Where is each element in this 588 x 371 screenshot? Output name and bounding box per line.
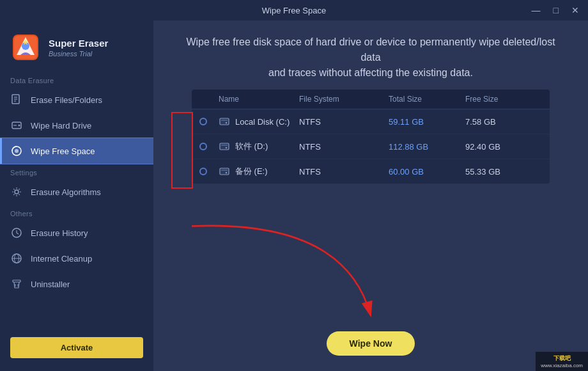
table-row[interactable]: Local Disk (C:) NTFS 59.11 GB 7.58 GB bbox=[192, 109, 550, 134]
drive-name-c: Local Disk (C:) bbox=[235, 117, 290, 127]
total-e: 60.00 GB bbox=[389, 167, 465, 177]
svg-point-13 bbox=[15, 149, 19, 153]
content-area: Wipe free free disk space of hard drive … bbox=[153, 20, 588, 371]
disk-table: Name File System Total Size Free Size bbox=[192, 90, 550, 184]
col-free: Free Size bbox=[465, 95, 542, 104]
content-description: Wipe free free disk space of hard drive … bbox=[179, 35, 562, 81]
svg-point-30 bbox=[226, 172, 227, 173]
red-selection-box bbox=[171, 112, 193, 189]
col-fs: File System bbox=[299, 95, 389, 104]
wipe-now-button[interactable]: Wipe Now bbox=[327, 331, 415, 356]
svg-rect-22 bbox=[220, 118, 229, 125]
uninstaller-icon bbox=[10, 278, 23, 290]
section-others: Others bbox=[0, 205, 153, 220]
sidebar-item-erasure-algorithms[interactable]: Erasure Algorithms bbox=[0, 179, 153, 205]
fs-c: NTFS bbox=[299, 117, 389, 127]
sidebar-item-erasure-history[interactable]: Erasure History bbox=[0, 220, 153, 246]
table-header: Name File System Total Size Free Size bbox=[192, 90, 550, 109]
erasure-history-label: Erasure History bbox=[31, 228, 88, 238]
title-bar-title: Wipe Free Space bbox=[262, 6, 326, 15]
svg-rect-25 bbox=[220, 143, 229, 150]
drive-cell-d: 软件 (D:) bbox=[219, 141, 299, 152]
title-bar: Wipe Free Space — □ ✕ bbox=[0, 0, 588, 20]
sidebar-item-wipe-free-space[interactable]: Wipe Free Space bbox=[0, 138, 153, 164]
col-total: Total Size bbox=[389, 95, 465, 104]
annotation-area: Wipe Now 下载吧 www.xiazaiba.com bbox=[153, 184, 588, 371]
svg-rect-19 bbox=[13, 280, 20, 282]
free-c: 7.58 GB bbox=[465, 117, 542, 127]
row-radio-e[interactable] bbox=[199, 168, 207, 175]
sidebar-item-erase-files[interactable]: Erase Files/Folders bbox=[0, 87, 153, 113]
row-radio-c[interactable] bbox=[199, 118, 207, 125]
drive-icon-d bbox=[219, 141, 230, 152]
maximize-button[interactable]: □ bbox=[550, 4, 562, 17]
svg-rect-28 bbox=[220, 168, 229, 175]
total-c: 59.11 GB bbox=[389, 117, 465, 127]
svg-rect-26 bbox=[221, 145, 228, 146]
drive-cell-c: Local Disk (C:) bbox=[219, 116, 299, 127]
erasure-algorithms-icon bbox=[10, 186, 23, 198]
section-data-erasure: Data Erasure bbox=[0, 72, 153, 87]
app-subtitle: Business Trial bbox=[49, 50, 108, 58]
erase-files-icon bbox=[10, 93, 23, 106]
wipe-hard-drive-label: Wipe Hard Drive bbox=[31, 121, 91, 130]
table-row[interactable]: 软件 (D:) NTFS 112.88 GB 92.40 GB bbox=[192, 134, 550, 159]
col-select bbox=[199, 95, 219, 104]
watermark-top: 下载吧 bbox=[553, 354, 571, 363]
free-d: 92.40 GB bbox=[465, 142, 542, 152]
app-header: Super Eraser Business Trial bbox=[0, 20, 153, 72]
row-radio-d[interactable] bbox=[199, 143, 207, 150]
drive-name-d: 软件 (D:) bbox=[235, 141, 268, 152]
svg-point-10 bbox=[19, 125, 20, 127]
sidebar: Super Eraser Business Trial Data Erasure… bbox=[0, 20, 153, 371]
svg-rect-23 bbox=[221, 120, 228, 121]
fs-e: NTFS bbox=[299, 167, 389, 177]
internet-cleanup-icon bbox=[10, 252, 23, 265]
main-layout: Super Eraser Business Trial Data Erasure… bbox=[0, 20, 588, 371]
erase-files-label: Erase Files/Folders bbox=[31, 95, 102, 105]
wipe-free-space-icon bbox=[10, 145, 23, 157]
erasure-history-icon bbox=[10, 226, 23, 239]
fs-d: NTFS bbox=[299, 142, 389, 152]
title-bar-controls: — □ ✕ bbox=[528, 4, 583, 17]
uninstaller-label: Uninstaller bbox=[31, 280, 70, 289]
svg-rect-29 bbox=[221, 170, 228, 171]
internet-cleanup-label: Internet Cleanup bbox=[31, 254, 92, 264]
erasure-algorithms-label: Erasure Algorithms bbox=[31, 187, 101, 197]
svg-point-24 bbox=[226, 122, 227, 123]
sidebar-item-internet-cleanup[interactable]: Internet Cleanup bbox=[0, 246, 153, 271]
activate-button[interactable]: Activate bbox=[10, 337, 143, 358]
sidebar-item-uninstaller[interactable]: Uninstaller bbox=[0, 271, 153, 297]
wipe-free-space-label: Wipe Free Space bbox=[31, 146, 95, 156]
close-button[interactable]: ✕ bbox=[568, 4, 583, 17]
wipe-hard-drive-icon bbox=[10, 119, 23, 132]
free-e: 55.33 GB bbox=[465, 167, 542, 177]
drive-name-e: 备份 (E:) bbox=[235, 166, 268, 177]
drive-cell-e: 备份 (E:) bbox=[219, 166, 299, 177]
table-row[interactable]: 备份 (E:) NTFS 60.00 GB 55.33 GB bbox=[192, 159, 550, 184]
svg-point-14 bbox=[15, 190, 19, 194]
col-name: Name bbox=[219, 95, 299, 104]
drive-icon-c bbox=[219, 116, 230, 127]
app-title-block: Super Eraser Business Trial bbox=[49, 38, 108, 58]
section-settings: Settings bbox=[0, 164, 153, 179]
total-d: 112.88 GB bbox=[389, 142, 465, 152]
app-name: Super Eraser bbox=[49, 38, 108, 49]
minimize-button[interactable]: — bbox=[528, 4, 545, 17]
svg-point-27 bbox=[226, 147, 227, 148]
app-icon bbox=[10, 32, 41, 63]
content-header: Wipe free free disk space of hard drive … bbox=[153, 20, 588, 90]
watermark-bottom: www.xiazaiba.com bbox=[541, 363, 583, 368]
sidebar-item-wipe-hard-drive[interactable]: Wipe Hard Drive bbox=[0, 113, 153, 138]
watermark: 下载吧 www.xiazaiba.com bbox=[536, 352, 588, 371]
drive-icon-e bbox=[219, 166, 230, 177]
